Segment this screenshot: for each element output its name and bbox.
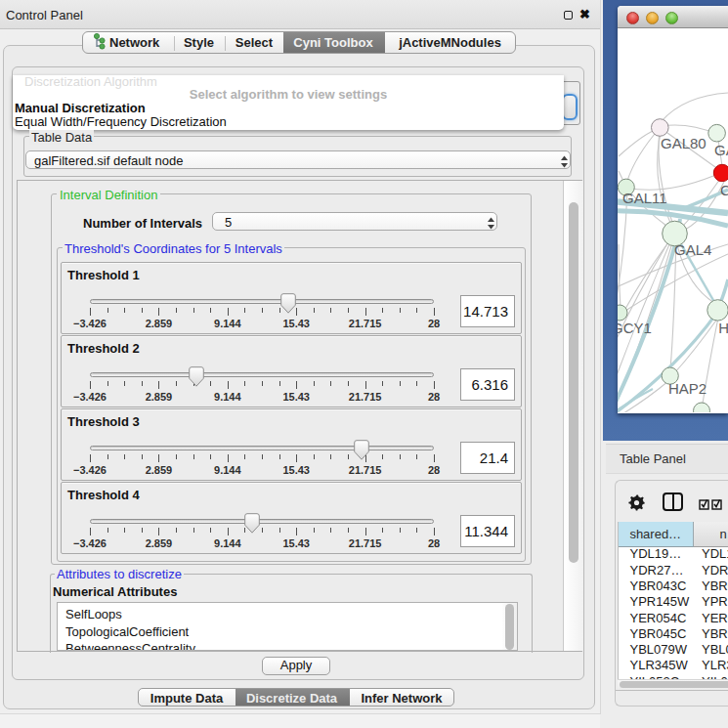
svg-text:GAL4: GAL4 xyxy=(674,241,711,258)
svg-text:GCY1: GCY1 xyxy=(618,320,652,336)
svg-text:H: H xyxy=(718,320,728,336)
svg-text:GAL80: GAL80 xyxy=(661,135,707,151)
svg-text:C: C xyxy=(720,182,728,198)
svg-text:GA: GA xyxy=(714,142,728,158)
svg-text:HAP2: HAP2 xyxy=(668,380,707,397)
svg-text:GAL11: GAL11 xyxy=(622,190,667,206)
